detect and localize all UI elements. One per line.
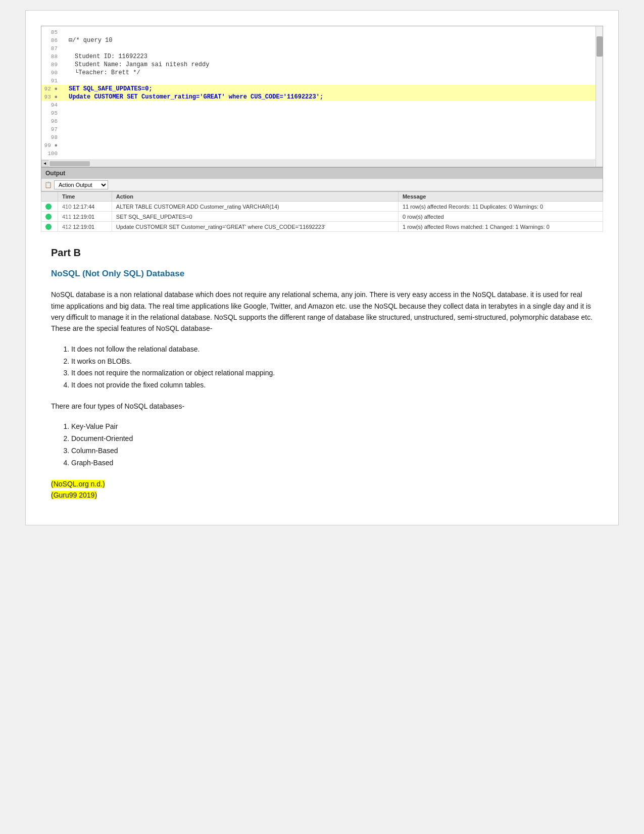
list-item: It does not follow the relational databa… xyxy=(71,344,593,356)
code-line-86: 86 ⊟/* query 10 xyxy=(41,36,603,44)
line-num-100: 100 xyxy=(41,150,62,158)
row-num-411: 411 xyxy=(62,214,71,220)
code-line-96: 96 xyxy=(41,117,603,125)
line-num-96: 96 xyxy=(41,117,62,125)
line-num-92: 92 ● xyxy=(41,85,62,93)
code-line-91: 91 xyxy=(41,77,603,85)
citation-2: (Guru99 2019) xyxy=(51,491,97,499)
output-header: Output xyxy=(41,167,603,179)
line-num-95: 95 xyxy=(41,109,62,117)
line-num-98: 98 xyxy=(41,133,62,141)
list-item: Document-Oriented xyxy=(71,433,593,445)
code-line-90: 90 └Teacher: Brett */ xyxy=(41,69,603,77)
code-lines: 85 86 ⊟/* query 10 87 88 Student ID: 116… xyxy=(41,26,603,160)
table-row: 410 12:17:44 ALTER TABLE CUSTOMER ADD Cu… xyxy=(41,202,603,212)
list-item: It works on BLOBs. xyxy=(71,356,593,368)
action-cell-410: ALTER TABLE CUSTOMER ADD Customer_rating… xyxy=(112,202,398,212)
table-row: 412 12:19:01 Update CUSTOMER SET Custome… xyxy=(41,222,603,232)
types-intro: There are four types of NoSQL databases- xyxy=(51,401,593,412)
col-time: Time xyxy=(58,192,112,202)
list-item: Key-Value Pair xyxy=(71,421,593,433)
intro-paragraph: NoSQL database is a non relational datab… xyxy=(51,289,593,334)
col-status xyxy=(41,192,58,202)
line-content-86: ⊟/* query 10 xyxy=(69,36,603,44)
line-num-97: 97 xyxy=(41,125,62,133)
part-b-heading: Part B xyxy=(51,247,593,259)
code-line-89: 89 Student Name: Jangam sai nitesh reddy xyxy=(41,61,603,69)
line-num-90: 90 xyxy=(41,69,62,77)
col-message: Message xyxy=(398,192,603,202)
code-line-94: 94 xyxy=(41,101,603,109)
time-cell-411: 411 12:19:01 xyxy=(58,212,112,222)
nosql-heading: NoSQL (Not Only SQL) Database xyxy=(51,269,593,279)
line-num-93: 93 ● xyxy=(41,93,62,101)
action-cell-412: Update CUSTOMER SET Customer_rating='GRE… xyxy=(112,222,398,232)
table-row: 411 12:19:01 SET SQL_SAFE_UPDATES=0 0 ro… xyxy=(41,212,603,222)
scrollbar-thumb[interactable] xyxy=(597,36,603,57)
output-table: Time Action Message 410 12:17:44 ALTER T… xyxy=(41,191,603,232)
action-cell-411: SET SQL_SAFE_UPDATES=0 xyxy=(112,212,398,222)
list-item: Graph-Based xyxy=(71,457,593,469)
scroll-track[interactable] xyxy=(49,161,595,166)
action-output-dropdown[interactable]: Action Output xyxy=(54,180,108,189)
features-list: It does not follow the relational databa… xyxy=(71,344,593,391)
line-num-99: 99 ● xyxy=(41,141,62,150)
row-num-412: 412 xyxy=(62,224,71,230)
code-line-87: 87 xyxy=(41,44,603,53)
page-container: 85 86 ⊟/* query 10 87 88 Student ID: 116… xyxy=(25,10,619,525)
message-cell-410: 11 row(s) affected Records: 11 Duplicate… xyxy=(398,202,603,212)
line-num-85: 85 xyxy=(41,28,62,36)
status-icon-412 xyxy=(45,224,52,230)
line-num-87: 87 xyxy=(41,44,62,53)
output-icon: 📋 xyxy=(44,181,52,188)
line-content-93: Update CUSTOMER SET Customer_rating='GRE… xyxy=(69,93,603,101)
citations: (NoSQL.org n.d.) (Guru99 2019) xyxy=(51,478,593,501)
citation-1: (NoSQL.org n.d.) xyxy=(51,480,105,488)
horizontal-scrollbar[interactable]: ◄ ► xyxy=(41,160,603,167)
code-line-88: 88 Student ID: 11692223 xyxy=(41,53,603,61)
code-line-100: 100 xyxy=(41,150,603,158)
message-cell-412: 1 row(s) affected Rows matched: 1 Change… xyxy=(398,222,603,232)
status-icon-411 xyxy=(45,214,52,220)
message-cell-411: 0 row(s) affected xyxy=(398,212,603,222)
line-num-89: 89 xyxy=(41,61,62,69)
code-line-85: 85 xyxy=(41,28,603,36)
line-content-90: └Teacher: Brett */ xyxy=(69,69,603,77)
list-item: It does not require the normalization or… xyxy=(71,367,593,379)
col-action: Action xyxy=(112,192,398,202)
code-line-98: 98 xyxy=(41,133,603,141)
status-icon-410 xyxy=(45,204,52,210)
code-editor: 85 86 ⊟/* query 10 87 88 Student ID: 116… xyxy=(41,26,603,167)
time-cell-412: 412 12:19:01 xyxy=(58,222,112,232)
output-toolbar: 📋 Action Output xyxy=(41,179,603,191)
status-cell-411 xyxy=(41,212,58,222)
scroll-left-arrow[interactable]: ◄ xyxy=(41,160,48,167)
time-cell-410: 410 12:17:44 xyxy=(58,202,112,212)
status-cell-410 xyxy=(41,202,58,212)
types-list: Key-Value Pair Document-Oriented Column-… xyxy=(71,421,593,469)
output-table-header-row: Time Action Message xyxy=(41,192,603,202)
row-num-410: 410 xyxy=(62,204,71,210)
status-cell-412 xyxy=(41,222,58,232)
list-item: It does not provide the fixed column tab… xyxy=(71,379,593,391)
line-num-94: 94 xyxy=(41,101,62,109)
scroll-thumb-h[interactable] xyxy=(49,161,90,166)
doc-content: Part B NoSQL (Not Only SQL) Database NoS… xyxy=(41,247,603,501)
code-line-93: 93 ● Update CUSTOMER SET Customer_rating… xyxy=(41,93,603,101)
code-line-99: 99 ● xyxy=(41,141,603,150)
line-num-86: 86 xyxy=(41,36,62,44)
line-content-89: Student Name: Jangam sai nitesh reddy xyxy=(69,61,603,69)
output-panel: Output 📋 Action Output Time Action Messa… xyxy=(41,167,603,232)
line-num-88: 88 xyxy=(41,53,62,61)
line-num-91: 91 xyxy=(41,77,62,85)
list-item: Column-Based xyxy=(71,445,593,457)
code-line-97: 97 xyxy=(41,125,603,133)
code-line-92: 92 ● SET SQL_SAFE_UPDATES=0; xyxy=(41,85,603,93)
code-line-95: 95 xyxy=(41,109,603,117)
line-content-88: Student ID: 11692223 xyxy=(69,53,603,61)
line-content-92: SET SQL_SAFE_UPDATES=0; xyxy=(69,85,603,93)
vertical-scrollbar[interactable] xyxy=(596,26,603,167)
